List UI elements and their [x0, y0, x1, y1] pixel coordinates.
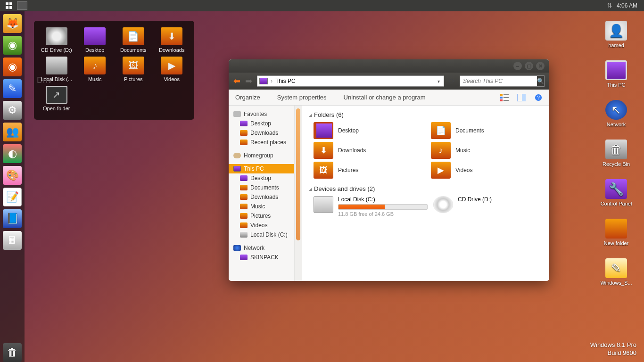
desktop-user-folder[interactable]: 👤hamed	[605, 21, 627, 48]
folder-documents[interactable]: 📄Documents	[431, 122, 543, 139]
sidebar-item-recent[interactable]: Recent places	[229, 138, 294, 147]
folder-icon: 🖼	[123, 57, 144, 74]
launcher-ubuntu-software[interactable]: ◉	[3, 36, 22, 55]
launcher-tools[interactable]: ✎	[3, 79, 22, 98]
launcher-trash[interactable]: 🗑	[3, 343, 22, 362]
jump-downloads[interactable]: ⬇Downloads	[154, 27, 190, 53]
jump-pictures[interactable]: 🖼Pictures	[116, 57, 151, 82]
svg-rect-7	[504, 94, 509, 95]
jump-music[interactable]: ♪Music	[77, 57, 113, 82]
windows-logo-icon	[6, 2, 12, 9]
close-button[interactable]: ✕	[536, 62, 545, 70]
folder-icon	[240, 140, 248, 145]
sidebar-scrollbar[interactable]	[295, 106, 302, 281]
launcher-paint[interactable]: 🎨	[3, 166, 22, 185]
cpanel-icon: 🔧	[605, 179, 627, 199]
refresh-button[interactable]: ⟳	[449, 77, 455, 86]
folder-icon: 🖼	[314, 162, 333, 179]
svg-rect-3	[9, 6, 12, 9]
window-titlebar[interactable]: – ▢ ✕	[229, 59, 549, 73]
desktop-this-pc[interactable]: This PC	[605, 60, 627, 88]
sidebar-this-pc[interactable]: This PC	[229, 164, 294, 173]
launcher-people[interactable]: 👥	[3, 123, 22, 141]
uninstall-program-button[interactable]: Uninstall or change a program	[344, 94, 426, 101]
breadcrumb-location[interactable]: This PC	[275, 78, 296, 84]
back-button[interactable]: ⬅	[233, 76, 240, 86]
scrollbar-thumb[interactable]	[296, 108, 300, 240]
sidebar-favorites[interactable]: Favorites	[229, 109, 294, 119]
open-folder-icon: ↗	[46, 86, 67, 104]
jump-desktop[interactable]: Desktop	[77, 27, 113, 53]
folder-icon: ▶	[161, 57, 182, 74]
sidebar-network[interactable]: Network	[229, 243, 294, 253]
address-bar[interactable]: › This PC ▾	[257, 75, 444, 87]
desktop-network[interactable]: ↖Network	[605, 100, 627, 127]
svg-text:?: ?	[537, 94, 540, 100]
launcher-settings[interactable]: ⚙	[3, 101, 22, 120]
jump-open-folder[interactable]: ↗Open folder	[39, 86, 74, 111]
start-button[interactable]	[4, 1, 14, 10]
minimize-button[interactable]: –	[513, 62, 522, 70]
folders-section-header[interactable]: ◢Folders (6)	[309, 109, 543, 121]
folder-music[interactable]: ♪Music	[431, 142, 543, 159]
search-input[interactable]	[460, 78, 537, 84]
sidebar-item-skinpack[interactable]: SKINPACK	[229, 253, 294, 262]
launcher-calculator[interactable]: 🖩	[3, 231, 22, 250]
search-button[interactable]: 🔍	[537, 76, 544, 86]
nav-pane: Favorites Desktop Downloads Recent place…	[229, 106, 295, 281]
folder-pictures[interactable]: 🖼Pictures	[314, 162, 425, 179]
sidebar-item-videos[interactable]: Videos	[229, 221, 294, 230]
taskbar-explorer-thumb[interactable]	[17, 1, 27, 10]
sidebar-item-documents[interactable]: Documents	[229, 183, 294, 192]
folder-icon: 📄	[431, 122, 451, 139]
address-dropdown[interactable]: ▾	[436, 79, 442, 84]
svg-rect-9	[504, 100, 509, 101]
system-properties-button[interactable]: System properties	[277, 94, 327, 101]
sidebar-item-pictures[interactable]: Pictures	[229, 211, 294, 221]
sidebar-item-downloads[interactable]: Downloads	[229, 128, 294, 138]
panel-clock[interactable]: 4:06 AM	[617, 2, 637, 9]
desktop-recycle-bin[interactable]: 🗑Recycle Bin	[603, 140, 630, 167]
command-bar: Organize System properties Uninstall or …	[229, 90, 549, 106]
launcher-office[interactable]: 📘	[3, 209, 22, 228]
sidebar-item-desktop-pc[interactable]: Desktop	[229, 173, 294, 183]
drives-section-header[interactable]: ◢Devices and drives (2)	[309, 183, 543, 195]
desktop-shortcut[interactable]: ✎Windows_S...	[600, 258, 632, 286]
folder-downloads[interactable]: ⬇Downloads	[314, 142, 425, 159]
jump-videos[interactable]: ▶Videos	[154, 57, 190, 82]
monitor-icon	[605, 60, 627, 80]
maximize-button[interactable]: ▢	[525, 62, 533, 70]
forward-button[interactable]: ➡	[245, 76, 252, 86]
network-indicator-icon[interactable]: ⇅	[607, 2, 612, 9]
launcher-notes[interactable]: 📝	[3, 188, 22, 206]
folder-icon	[240, 121, 248, 126]
jump-documents[interactable]: 📄Documents	[116, 27, 151, 53]
drive-usage-bar	[338, 204, 428, 210]
folder-desktop[interactable]: Desktop	[314, 122, 425, 139]
view-options-icon[interactable]	[500, 94, 509, 101]
help-icon[interactable]: ?	[534, 94, 543, 101]
desktop-new-folder[interactable]: New folder	[604, 219, 629, 246]
folder-icon	[240, 185, 248, 190]
folder-icon	[240, 213, 248, 219]
sidebar-homegroup[interactable]: Homegroup	[229, 151, 294, 160]
sidebar-item-desktop[interactable]: Desktop	[229, 119, 294, 128]
launcher-updates[interactable]: ◐	[3, 144, 22, 163]
sidebar-item-downloads-pc[interactable]: Downloads	[229, 192, 294, 202]
drive-local-disk-c[interactable]: Local Disk (C:) 11.8 GB free of 24.6 GB	[314, 196, 428, 217]
jump-cd-drive[interactable]: CD Drive (D:)	[39, 27, 74, 53]
folder-videos[interactable]: ▶Videos	[431, 162, 543, 179]
organize-menu[interactable]: Organize	[235, 94, 260, 101]
caret-icon: ◢	[309, 187, 312, 191]
preview-pane-icon[interactable]	[517, 94, 526, 101]
svg-rect-8	[504, 97, 509, 98]
desktop-control-panel[interactable]: 🔧Control Panel	[601, 179, 632, 206]
launcher-ubuntu-dash[interactable]: ◉	[3, 58, 22, 76]
drive-cd-d[interactable]: CD Drive (D:)	[433, 196, 543, 217]
sidebar-item-local-disk[interactable]: Local Disk (C:)	[229, 230, 294, 239]
user-icon: 👤	[605, 21, 627, 41]
sidebar-item-music[interactable]: Music	[229, 202, 294, 211]
drive-label: Local Disk (C:)	[338, 196, 428, 203]
launcher-firefox[interactable]: 🦊	[3, 14, 22, 33]
search-box[interactable]: 🔍	[460, 75, 545, 87]
